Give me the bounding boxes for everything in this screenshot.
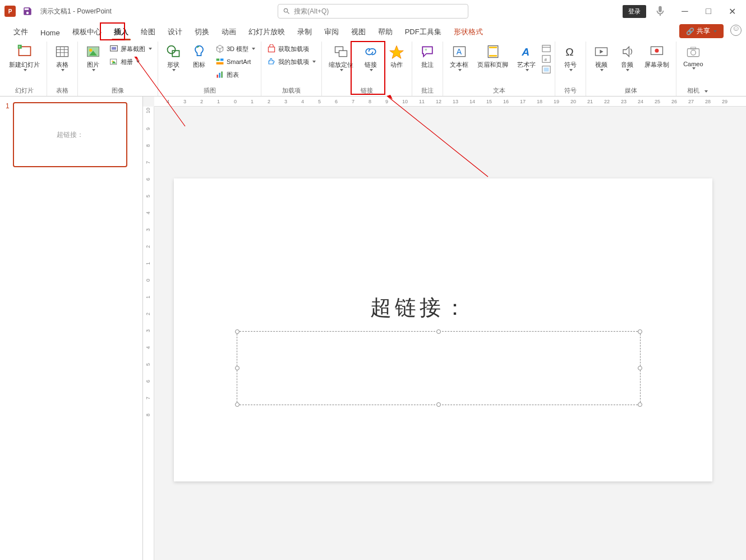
smartart-button[interactable]: SmartArt — [213, 56, 257, 68]
group-tables: 表格 表格 — [47, 42, 78, 96]
svg-rect-25 — [217, 75, 218, 78]
link-button[interactable]: 链接 — [359, 43, 383, 72]
tab-pdf[interactable]: PDF工具集 — [399, 24, 447, 40]
tab-review[interactable]: 审阅 — [319, 24, 344, 40]
object-icon[interactable] — [541, 65, 551, 74]
screenshot-button[interactable]: 屏幕截图 — [107, 43, 154, 55]
resize-handle[interactable] — [235, 366, 240, 370]
tab-slideshow[interactable]: 幻灯片放映 — [243, 24, 291, 40]
maximize-button[interactable]: □ — [698, 3, 719, 19]
tab-help[interactable]: 帮助 — [372, 24, 398, 40]
slide-canvas[interactable]: 超链接： — [174, 178, 712, 481]
search-icon — [283, 7, 291, 15]
tab-view[interactable]: 视图 — [346, 24, 371, 40]
workspace: 1 超链接： 432101234567891011121314151617181… — [0, 97, 746, 560]
svg-text:A: A — [521, 46, 529, 58]
icons-icon — [191, 44, 207, 59]
my-addins-button[interactable]: 我的加载项 — [265, 56, 318, 68]
cube-icon — [215, 44, 224, 53]
smartart-icon — [215, 57, 224, 66]
close-button[interactable]: ✕ — [721, 3, 743, 19]
table-button[interactable]: 表格 — [50, 43, 74, 72]
chart-button[interactable]: 图表 — [213, 68, 257, 81]
login-button[interactable]: 登录 — [623, 5, 646, 18]
svg-marker-47 — [600, 50, 604, 54]
3d-model-button[interactable]: 3D 模型 — [213, 43, 257, 55]
tab-record[interactable]: 录制 — [292, 24, 317, 40]
horizontal-ruler: 4321012345678910111213141516171819202122… — [154, 97, 746, 107]
svg-point-49 — [655, 49, 659, 53]
svg-line-19 — [217, 47, 220, 49]
action-icon — [389, 44, 404, 59]
get-addins-button[interactable]: 获取加载项 — [265, 43, 318, 55]
save-icon[interactable] — [22, 6, 33, 16]
tab-file[interactable]: 文件 — [8, 24, 34, 40]
slide-thumbnail-panel: 1 超链接： — [0, 97, 143, 560]
tab-template[interactable]: 模板中心 — [67, 24, 107, 40]
zoom-button[interactable]: 缩放定位 — [325, 43, 357, 72]
new-slide-icon: + — [17, 44, 33, 59]
comment-button[interactable]: + 批注 — [416, 43, 439, 70]
vertical-ruler: 10987654321012345678 — [143, 107, 154, 560]
tab-insert[interactable]: 插入 — [108, 24, 134, 40]
audio-icon — [619, 44, 635, 59]
pictures-button[interactable]: 图片 — [81, 43, 105, 72]
resize-handle[interactable] — [638, 366, 642, 370]
wordart-button[interactable]: A 艺术字 — [514, 43, 539, 72]
resize-handle[interactable] — [235, 402, 240, 407]
date-icon[interactable] — [541, 44, 551, 53]
resize-handle[interactable] — [638, 329, 642, 334]
resize-handle[interactable] — [235, 329, 240, 334]
group-slides: + 新建幻灯片 幻灯片 — [2, 42, 47, 96]
search-box[interactable]: 搜索(Alt+Q) — [278, 4, 468, 19]
slide-thumbnail-1[interactable]: 超链接： — [13, 102, 127, 167]
tab-draw[interactable]: 绘图 — [135, 24, 161, 40]
svg-rect-28 — [269, 47, 275, 52]
textbox-icon: A — [452, 44, 467, 59]
tab-home[interactable]: Home — [35, 25, 66, 40]
audio-button[interactable]: 音频 — [615, 43, 639, 72]
svg-rect-27 — [221, 71, 222, 77]
slide-title-text[interactable]: 超链接： — [370, 293, 469, 322]
tab-transition[interactable]: 切换 — [189, 24, 215, 40]
album-button[interactable]: 相册 — [107, 56, 154, 68]
tab-animation[interactable]: 动画 — [216, 24, 242, 40]
svg-point-14 — [112, 61, 113, 62]
tab-shape-format[interactable]: 形状格式 — [448, 24, 489, 40]
tab-design[interactable]: 设计 — [162, 24, 188, 40]
header-footer-button[interactable]: 页眉和页脚 — [474, 43, 512, 70]
icons-button[interactable]: 图标 — [187, 43, 211, 70]
canvas[interactable]: 超链接： — [154, 107, 746, 560]
resize-handle[interactable] — [436, 329, 441, 334]
action-button[interactable]: 动作 — [385, 43, 408, 70]
svg-rect-44 — [544, 67, 549, 71]
title-bar: P 演示文稿1 - PowerPoint 搜索(Alt+Q) 登录 ─ □ ✕ — [0, 0, 746, 22]
new-slide-button[interactable]: + 新建幻灯片 — [6, 43, 43, 72]
ribbon: + 新建幻灯片 幻灯片 表格 表格 图片 屏幕截图 — [0, 40, 746, 97]
ribbon-tabs: 文件 Home 模板中心 插入 绘图 设计 切换 动画 幻灯片放映 录制 审阅 … — [0, 22, 746, 40]
minimize-button[interactable]: ─ — [674, 3, 696, 19]
slide-number-icon[interactable]: # — [541, 54, 551, 63]
pictures-icon — [85, 44, 101, 59]
svg-text:+: + — [425, 47, 427, 53]
svg-rect-24 — [217, 62, 224, 65]
cameo-button[interactable]: Cameo — [680, 43, 706, 71]
selected-textbox[interactable] — [237, 331, 641, 405]
comment-icon: + — [420, 44, 435, 59]
symbol-button[interactable]: Ω 符号 — [559, 43, 582, 72]
resize-handle[interactable] — [436, 402, 441, 407]
mic-icon[interactable] — [654, 5, 666, 17]
group-images: 图片 屏幕截图 相册 图像 — [78, 42, 158, 96]
group-illustrations: 形状 图标 3D 模型 SmartArt 图表 — [158, 42, 261, 96]
shapes-button[interactable]: 形状 — [162, 43, 185, 72]
link-icon — [363, 44, 379, 59]
svg-rect-26 — [219, 73, 220, 78]
share-button[interactable]: 🔗 共享 — [679, 24, 724, 38]
group-links: 缩放定位 链接 动作 链接 — [322, 42, 412, 96]
wordart-icon: A — [519, 44, 535, 59]
textbox-button[interactable]: A 文本框 — [446, 43, 472, 72]
resize-handle[interactable] — [638, 402, 642, 407]
screen-recording-button[interactable]: 屏幕录制 — [641, 43, 673, 70]
video-button[interactable]: 视频 — [590, 43, 613, 72]
feedback-icon[interactable] — [730, 25, 742, 36]
